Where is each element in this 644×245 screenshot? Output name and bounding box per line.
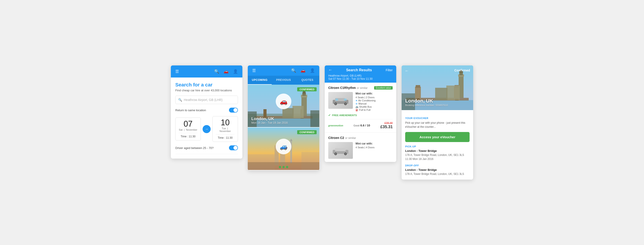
svg-point-38 <box>345 153 346 155</box>
car1-header: Citroen C1Rhythm or similar Excellent va… <box>328 86 393 90</box>
evoucher-section-title: YOUR EVOUCHER <box>405 117 470 119</box>
date-from-number: 07 <box>179 120 198 128</box>
date-from-day: Sat <box>179 128 183 131</box>
svg-rect-44 <box>415 87 421 98</box>
screen-search: ☰ 🔍 🚗 👤 Search for a car Find cheap car … <box>171 65 242 159</box>
page-subtitle: Find cheap car hire at over 43,000 locat… <box>175 89 238 92</box>
booking-date-1: Mon 18 Jan - Tue 19 Jan 2016 <box>251 121 288 124</box>
dot-1 <box>279 166 281 168</box>
car2-image <box>328 142 353 159</box>
date-to-month: November <box>220 130 231 132</box>
hero-text: London, UK Booking reference number: 559… <box>405 98 448 107</box>
shuttle-text: Shuttle Bus <box>359 105 372 108</box>
dot-3 <box>286 166 288 168</box>
dropoff-address: 178 A, Tower Bridge Road, London, UK, SE… <box>405 172 470 176</box>
car2-type: Mini car with: <box>356 142 393 145</box>
ac-text: Air Conditioning <box>358 99 376 102</box>
car-circle-2: 🚙 <box>276 139 291 154</box>
results-location: Heathrow Airport, GB (LHR) <box>328 74 393 77</box>
svg-point-29 <box>335 103 336 105</box>
back-button[interactable]: ← <box>328 68 332 72</box>
tab-previous[interactable]: PREVIOUS <box>272 76 296 85</box>
tab-upcoming[interactable]: UPCOMING <box>248 76 272 85</box>
filter-button[interactable]: Filter <box>386 68 393 72</box>
dot-2 <box>282 166 285 168</box>
pickup-address: 178 A, Tower Bridge Road, London, UK, SE… <box>405 153 470 161</box>
date-arrow-icon: → <box>202 125 211 133</box>
svg-rect-32 <box>336 98 338 101</box>
menu-icon-2[interactable]: ☰ <box>252 68 256 73</box>
amendments-check-icon: ✔ <box>328 113 331 117</box>
car1-type: Mini car with: <box>356 92 393 95</box>
fuel-text: Full to Full <box>359 109 370 111</box>
results-title: Search Results <box>346 68 372 72</box>
screens-container: ☰ 🔍 🚗 👤 Search for a car Find cheap car … <box>171 65 473 180</box>
evoucher-description: Pick up your car with your phone - just … <box>405 121 470 129</box>
pickup-section-title: PICK-UP <box>405 145 470 148</box>
search-icon-2[interactable]: 🔍 <box>291 68 296 73</box>
location-search-box[interactable]: 🔍 Heathrow Airport, GB (LHR) <box>175 96 238 104</box>
svg-rect-11 <box>292 106 304 118</box>
driver-age-toggle[interactable] <box>229 145 238 150</box>
return-location-toggle[interactable] <box>229 108 238 113</box>
date-to-day: Tue <box>222 127 226 130</box>
search-input-placeholder: Heathrow Airport, GB (LHR) <box>184 98 223 102</box>
date-from-month: November <box>186 128 197 131</box>
search-header: ☰ 🔍 🚗 👤 <box>171 65 242 77</box>
date-to-time: Time : 11:30 <box>216 134 234 139</box>
confirmation-back-button[interactable]: ← <box>405 69 409 73</box>
car2-header: Citroen C2 or similar <box>328 136 393 140</box>
svg-rect-50 <box>459 72 463 75</box>
fuel-icon: ⛽ <box>356 109 358 111</box>
car1-features: Mini car with: 4 Seats | 2 Doors ❄ Air C… <box>356 92 393 112</box>
date-to-day-month: Tue | November <box>216 127 234 132</box>
ac-icon: ❄ <box>356 99 357 102</box>
tab-quotes[interactable]: QUOTES <box>296 76 319 85</box>
user-icon[interactable]: 👤 <box>233 69 238 74</box>
date-to-number: 10 <box>216 119 234 127</box>
search-small-icon: 🔍 <box>178 98 182 102</box>
amendments-text: FREE AMENDMENTS <box>332 114 357 117</box>
car-icon[interactable]: 🚗 <box>224 69 228 74</box>
bus-icon: 🚌 <box>356 106 358 108</box>
menu-icon[interactable]: ☰ <box>175 69 179 74</box>
date-from-day-month: Sat | November <box>179 128 198 131</box>
confirmation-body: YOUR EVOUCHER Pick up your car with your… <box>402 110 473 180</box>
svg-rect-31 <box>344 98 346 101</box>
car1-type-text: Mini car with: <box>356 92 373 95</box>
screen-confirmation: ← Confirmed London, UK Booking reference… <box>402 65 473 180</box>
car-icon-2[interactable]: 🚗 <box>300 68 306 73</box>
search-body: Search for a car Find cheap car hire at … <box>171 77 242 159</box>
return-location-row: Return to same location <box>175 108 238 113</box>
car2-name-block: Citroen C2 or similar <box>328 136 356 140</box>
date-from-box[interactable]: 07 Sat | November Time : 11:30 <box>175 117 201 140</box>
driver-age-row: Driver aged between 25 - 70? <box>175 145 238 150</box>
confirmation-status: Confirmed <box>454 69 470 72</box>
car1-image <box>328 92 353 109</box>
manual-text: Manual <box>358 102 366 105</box>
car2-name: Citroen C2 <box>328 136 344 140</box>
dropoff-location-name: London - Tower Bridge <box>405 168 470 172</box>
access-evoucher-button[interactable]: Access your eVoucher <box>405 132 470 142</box>
results-header: ← Search Results Filter Heathrow Airport… <box>325 65 396 83</box>
provider-logo: greenmotion <box>328 124 343 127</box>
amendments-row: ✔ FREE AMENDMENTS <box>328 113 393 117</box>
user-icon-2[interactable]: 👤 <box>310 68 315 73</box>
car1-name: Citroen C1Rhythm <box>328 86 356 90</box>
pickup-location-name: London - Tower Bridge <box>405 149 470 153</box>
booking-card-2[interactable]: CONFIRMED 🚙 <box>248 128 319 170</box>
car1-manual: ⚙ Manual <box>356 102 393 105</box>
bookings-header: ☰ 🔍 🚗 👤 <box>248 65 319 76</box>
return-location-label: Return to same location <box>175 109 206 112</box>
header-icons: 🔍 🚗 👤 <box>214 69 238 74</box>
car2-content: Mini car with: 4 Seats | 4 Doors <box>328 142 393 159</box>
date-to-box[interactable]: 10 Tue | November Time : 11:30 <box>212 116 238 142</box>
confirmation-city: London, UK <box>405 98 448 104</box>
car1-similar: or similar <box>357 86 368 90</box>
car1-seats: 4 Seats | 2 Doors <box>356 96 393 99</box>
svg-rect-46 <box>416 85 420 88</box>
search-icon[interactable]: 🔍 <box>214 69 219 74</box>
svg-rect-14 <box>310 110 319 127</box>
rating-score: 6.6 / 10 <box>360 124 370 127</box>
booking-card-1[interactable]: CONFIRMED 🚗 London, UK Mon 18 Jan - Tue … <box>248 85 319 127</box>
